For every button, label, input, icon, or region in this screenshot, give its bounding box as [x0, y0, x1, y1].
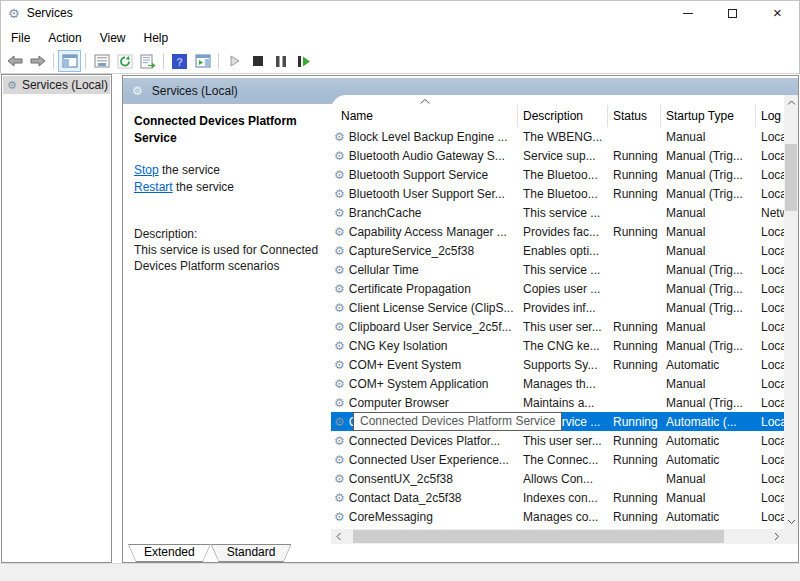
column-header-name[interactable]: Name: [331, 105, 518, 127]
table-row[interactable]: ⚙Capability Access Manager ... Provides …: [331, 222, 784, 241]
service-gear-icon: ⚙: [334, 510, 345, 524]
column-header-startup-type[interactable]: Startup Type: [661, 105, 756, 127]
title-bar: ⚙ Services ×: [0, 0, 800, 26]
service-startup-cell: Manual (Trig...: [661, 187, 756, 201]
service-description-cell: Provides fac...: [518, 225, 608, 239]
toolbar-separator: [163, 53, 164, 69]
scroll-right-icon[interactable]: [769, 529, 784, 544]
back-button[interactable]: [3, 50, 26, 72]
service-name-tooltip: Connected Devices Platform Service: [353, 412, 562, 431]
table-row[interactable]: ⚙BranchCache This service ... Manual Net…: [331, 203, 784, 222]
tab-extended[interactable]: Extended: [128, 544, 211, 562]
table-row[interactable]: ⚙ConsentUX_2c5f38 Allows Con... Manual L…: [331, 469, 784, 488]
service-description-cell: Provides inf...: [518, 301, 608, 315]
service-logon-cell: Loca: [756, 187, 784, 201]
tab-standard[interactable]: Standard: [211, 544, 292, 562]
table-row[interactable]: ⚙Client License Service (ClipS... Provid…: [331, 298, 784, 317]
menu-file[interactable]: File: [2, 28, 39, 48]
stop-service-link[interactable]: Stop: [134, 163, 159, 177]
service-gear-icon: ⚙: [334, 130, 345, 144]
vertical-scrollbar-thumb[interactable]: [785, 144, 797, 211]
table-row[interactable]: ⚙Bluetooth User Support Ser... The Bluet…: [331, 184, 784, 203]
service-description-cell: This user ser...: [518, 320, 608, 334]
column-header-status[interactable]: Status: [608, 105, 661, 127]
menu-action[interactable]: Action: [39, 28, 90, 48]
stop-link-suffix: the service: [159, 163, 220, 177]
service-status-cell: Running: [608, 510, 661, 524]
minimize-button[interactable]: [665, 0, 710, 26]
service-name: Bluetooth Support Service: [349, 168, 488, 182]
service-name: COM+ Event System: [349, 358, 461, 372]
service-gear-icon: ⚙: [334, 282, 345, 296]
tree-item-label: Services (Local): [22, 78, 108, 92]
service-logon-cell: Loca: [756, 339, 784, 353]
table-row[interactable]: ⚙Bluetooth Support Service The Bluetoo..…: [331, 165, 784, 184]
description-label: Description:: [134, 226, 320, 242]
service-logon-cell: Loca: [756, 168, 784, 182]
properties-button[interactable]: [90, 50, 113, 72]
close-button[interactable]: ×: [755, 0, 800, 26]
service-name: Contact Data_2c5f38: [349, 491, 462, 505]
table-row[interactable]: ⚙CNG Key Isolation The CNG ke... Running…: [331, 336, 784, 355]
service-status-cell: Running: [608, 434, 661, 448]
service-logon-cell: Loca: [756, 510, 784, 524]
service-status-cell: Running: [608, 225, 661, 239]
maximize-button[interactable]: [710, 0, 755, 26]
scroll-up-icon[interactable]: [784, 95, 798, 110]
table-row[interactable]: ⚙Clipboard User Service_2c5f... This use…: [331, 317, 784, 336]
service-name: CNG Key Isolation: [349, 339, 448, 353]
table-row[interactable]: ⚙CaptureService_2c5f38 Enables opti... M…: [331, 241, 784, 260]
table-row[interactable]: ⚙CoreMessaging Manages co... Running Aut…: [331, 507, 784, 526]
export-list-button[interactable]: [136, 50, 159, 72]
forward-button[interactable]: [26, 50, 49, 72]
tree-item-services-local[interactable]: ⚙ Services (Local): [3, 76, 110, 94]
help-button[interactable]: ?: [168, 50, 191, 72]
column-header-description[interactable]: Description: [518, 105, 608, 127]
start-service-button[interactable]: [223, 50, 246, 72]
restart-service-link[interactable]: Restart: [134, 180, 173, 194]
show-action-pane-button[interactable]: [191, 50, 214, 72]
scroll-down-icon[interactable]: [784, 514, 798, 529]
scroll-left-icon[interactable]: [331, 529, 346, 544]
service-gear-icon: ⚙: [334, 472, 345, 486]
toolbar-separator: [53, 53, 54, 69]
table-row[interactable]: ⚙Certificate Propagation Copies user ...…: [331, 279, 784, 298]
table-row[interactable]: ⚙Contact Data_2c5f38 Indexes con... Runn…: [331, 488, 784, 507]
table-row[interactable]: ⚙COM+ System Application Manages th... M…: [331, 374, 784, 393]
show-console-tree-button[interactable]: [58, 50, 81, 72]
service-gear-icon: ⚙: [334, 187, 345, 201]
service-name: COM+ System Application: [349, 377, 489, 391]
service-startup-cell: Manual: [661, 320, 756, 334]
list-header: Name Description Status Startup Type Log: [331, 95, 784, 127]
refresh-button[interactable]: [113, 50, 136, 72]
table-row[interactable]: ⚙COM+ Event System Supports Sy... Runnin…: [331, 355, 784, 374]
menu-help[interactable]: Help: [135, 28, 178, 48]
service-description-cell: Manages th...: [518, 377, 608, 391]
services-list-panel: Name Description Status Startup Type Log…: [331, 95, 798, 544]
service-logon-cell: Loca: [756, 320, 784, 334]
horizontal-scrollbar-thumb[interactable]: [353, 530, 724, 543]
service-gear-icon: ⚙: [334, 301, 345, 315]
service-gear-icon: ⚙: [334, 263, 345, 277]
table-row[interactable]: ⚙Bluetooth Audio Gateway S... Service su…: [331, 146, 784, 165]
table-row[interactable]: ⚙Connected User Experience... The Connec…: [331, 450, 784, 469]
stop-service-button[interactable]: [246, 50, 269, 72]
service-startup-cell: Manual (Trig...: [661, 301, 756, 315]
table-row[interactable]: ⚙Block Level Backup Engine ... The WBENG…: [331, 127, 784, 146]
restart-service-button[interactable]: [292, 50, 315, 72]
service-gear-icon: ⚙: [334, 491, 345, 505]
table-row[interactable]: ⚙Cellular Time This service ... Manual (…: [331, 260, 784, 279]
menu-view[interactable]: View: [91, 28, 135, 48]
services-window: ⚙ Services × File Action View Help: [0, 0, 800, 581]
service-gear-icon: ⚙: [334, 453, 345, 467]
pause-service-button[interactable]: [269, 50, 292, 72]
service-gear-icon: ⚙: [334, 339, 345, 353]
table-row[interactable]: ⚙Computer Browser Maintains a... Manual …: [331, 393, 784, 412]
table-row[interactable]: ⚙Connected Devices Platfor... This user …: [331, 431, 784, 450]
vertical-scrollbar[interactable]: [784, 95, 798, 529]
horizontal-scrollbar[interactable]: [331, 529, 784, 544]
service-logon-cell: Loca: [756, 434, 784, 448]
column-header-log-on-as[interactable]: Log: [756, 105, 784, 127]
service-status-cell: Running: [608, 358, 661, 372]
service-startup-cell: Manual (Trig...: [661, 339, 756, 353]
